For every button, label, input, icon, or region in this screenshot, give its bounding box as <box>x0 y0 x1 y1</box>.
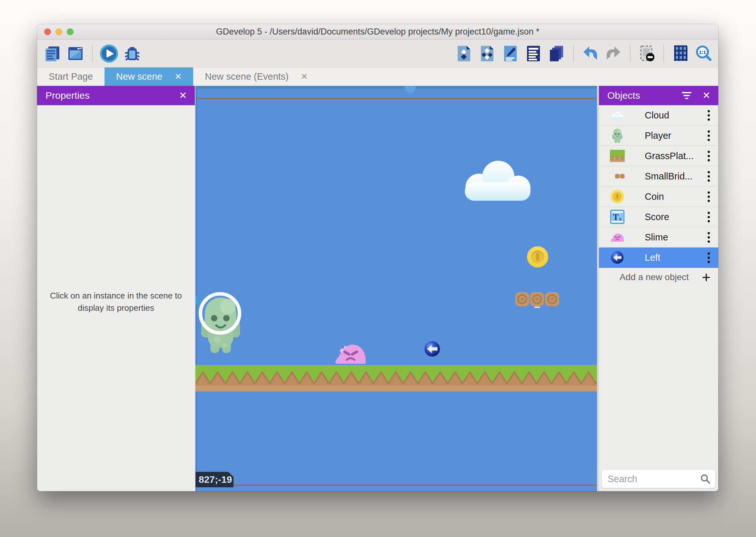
tab-new-scene-events[interactable]: New scene (Events) ✕ <box>193 67 319 86</box>
selection-handle[interactable] <box>196 296 200 305</box>
tab-label: New scene <box>116 71 162 82</box>
object-label: Cloud <box>645 110 669 121</box>
instances-list-icon[interactable] <box>524 44 543 63</box>
object-label: Coin <box>645 191 664 202</box>
object-row-left[interactable]: Left <box>599 248 718 268</box>
cloud-instance[interactable] <box>456 159 538 203</box>
coin-slot <box>536 253 539 261</box>
object-label: Score <box>645 212 669 222</box>
coin-icon <box>610 189 625 204</box>
toolbar-separator <box>630 45 630 62</box>
object-search-box <box>602 470 715 488</box>
minimize-window-button[interactable] <box>56 28 62 35</box>
object-label: Left <box>645 252 660 263</box>
object-menu-icon[interactable] <box>708 212 710 222</box>
toolbar-separator <box>573 45 574 62</box>
object-menu-icon[interactable] <box>708 151 710 161</box>
toolbar-separator <box>663 45 664 62</box>
add-object-row[interactable]: Add a new object + <box>599 268 718 287</box>
canvas-top-strip <box>196 86 597 89</box>
object-row-grassplatform[interactable]: GrassPlat... <box>599 146 718 166</box>
object-menu-icon[interactable] <box>708 130 710 141</box>
close-panel-icon[interactable]: ✕ <box>179 91 187 101</box>
svg-text:x: x <box>619 216 622 222</box>
close-tab-icon[interactable]: ✕ <box>301 72 308 82</box>
object-label: Player <box>645 130 671 141</box>
bridge-log-instance[interactable] <box>515 292 530 307</box>
objects-panel-title: Objects <box>607 90 640 101</box>
cloud-icon <box>610 108 625 123</box>
properties-panel-body: Click on an instance in the scene to dis… <box>37 105 195 314</box>
traffic-lights <box>44 28 74 35</box>
grid-icon[interactable] <box>671 44 690 63</box>
object-row-smallbridge[interactable]: SmallBrid... <box>599 166 718 186</box>
toolbar-right-group: 1:1 <box>454 44 713 63</box>
render-options-icon[interactable] <box>638 44 656 63</box>
object-row-slime[interactable]: Slime <box>599 227 718 248</box>
objects-panel-spacer <box>599 287 718 468</box>
slime-icon <box>610 230 625 245</box>
object-row-player[interactable]: Player <box>599 126 718 146</box>
grass-platform-instance[interactable] <box>196 365 597 392</box>
tab-label: Start Page <box>49 71 93 82</box>
properties-panel: Properties ✕ Click on an instance in the… <box>37 86 195 491</box>
preview-play-icon[interactable] <box>100 44 118 63</box>
object-row-score[interactable]: T x Score <box>599 207 718 227</box>
filter-icon[interactable] <box>682 92 692 99</box>
object-menu-icon[interactable] <box>708 232 710 243</box>
project-manager-icon[interactable] <box>43 44 61 63</box>
grass-platform-icon <box>610 148 625 163</box>
zoom-window-button[interactable] <box>67 28 74 35</box>
slime-instance[interactable] <box>334 343 367 364</box>
main-toolbar: 1:1 <box>37 40 718 67</box>
close-panel-icon[interactable]: ✕ <box>702 91 710 101</box>
undo-icon[interactable] <box>581 44 600 63</box>
redo-icon[interactable] <box>604 44 623 63</box>
scene-top-handle[interactable] <box>405 86 416 93</box>
object-label: Slime <box>645 232 668 243</box>
close-window-button[interactable] <box>44 28 51 35</box>
object-menu-icon[interactable] <box>708 171 710 182</box>
plus-icon[interactable]: + <box>702 270 710 285</box>
origin-marker <box>534 307 540 308</box>
object-row-coin[interactable]: Coin <box>599 186 718 207</box>
text-object-icon: T x <box>610 209 625 224</box>
left-arrow-icon <box>610 250 625 265</box>
debug-icon[interactable] <box>123 44 142 63</box>
editor-content: Properties ✕ Click on an instance in the… <box>37 86 718 491</box>
coin-instance[interactable] <box>527 246 548 268</box>
object-menu-icon[interactable] <box>708 191 710 202</box>
tab-label: New scene (Events) <box>205 71 289 82</box>
bridge-log-instance[interactable] <box>530 292 545 307</box>
cursor-coordinates-badge: 827;-19 <box>196 472 234 487</box>
scene-canvas[interactable]: 827;-19 <box>196 86 597 491</box>
zoom-original-icon[interactable]: 1:1 <box>695 44 713 63</box>
search-icon <box>700 474 711 484</box>
player-icon <box>610 128 625 143</box>
tab-new-scene[interactable]: New scene ✕ <box>104 67 193 86</box>
svg-text:1:1: 1:1 <box>699 49 706 55</box>
scene-border-line-top <box>196 98 597 99</box>
bridge-log-instance[interactable] <box>545 292 560 307</box>
objects-panel: Objects ✕ Cloud Player GrassPlat... <box>599 86 718 491</box>
object-label: GrassPlat... <box>645 151 694 161</box>
close-tab-icon[interactable]: ✕ <box>175 72 182 82</box>
object-row-cloud[interactable]: Cloud <box>599 105 718 126</box>
add-object-label: Add a new object <box>620 272 689 282</box>
tab-start-page[interactable]: Start Page <box>37 67 104 86</box>
objects-editor-icon[interactable] <box>454 44 473 63</box>
canvas-left-strip <box>196 86 197 491</box>
layers-editor-icon[interactable] <box>547 44 566 63</box>
toolbar-separator <box>92 45 93 62</box>
object-groups-icon[interactable] <box>478 44 496 63</box>
left-button-instance[interactable] <box>424 341 440 357</box>
app-window: GDevelop 5 - /Users/david/Documents/GDev… <box>37 24 718 491</box>
properties-editor-icon[interactable] <box>501 44 520 63</box>
selection-ring <box>199 292 241 335</box>
object-menu-icon[interactable] <box>708 252 710 263</box>
small-bridge-icon <box>610 169 625 184</box>
object-menu-icon[interactable] <box>708 110 710 121</box>
start-page-icon[interactable] <box>66 44 85 63</box>
properties-panel-title: Properties <box>46 90 90 101</box>
object-search-input[interactable] <box>602 474 692 484</box>
